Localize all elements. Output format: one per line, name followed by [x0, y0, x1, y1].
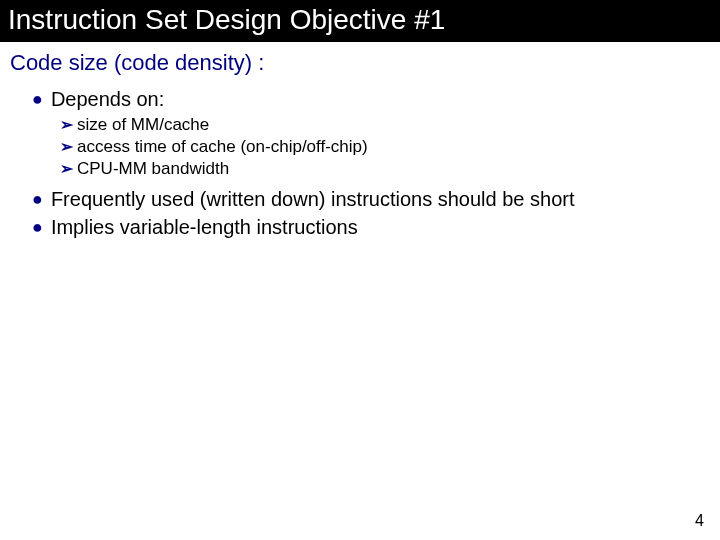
- sub-bullet-item: ➢ CPU-MM bandwidth: [60, 158, 720, 180]
- bullet-text: Depends on:: [51, 86, 164, 112]
- sub-bullet-text: access time of cache (on-chip/off-chip): [77, 136, 368, 158]
- slide-content: Code size (code density) : ● Depends on:…: [0, 42, 720, 240]
- bullet-marker: ●: [32, 214, 43, 240]
- slide-title: Instruction Set Design Objective #1: [0, 0, 720, 42]
- sub-bullet-text: size of MM/cache: [77, 114, 209, 136]
- bullet-item: ● Depends on:: [32, 86, 720, 112]
- section-heading: Code size (code density) :: [10, 50, 720, 76]
- sub-bullet-list: ➢ size of MM/cache ➢ access time of cach…: [60, 114, 720, 180]
- sub-bullet-item: ➢ access time of cache (on-chip/off-chip…: [60, 136, 720, 158]
- bullet-marker: ●: [32, 86, 43, 112]
- sub-bullet-text: CPU-MM bandwidth: [77, 158, 229, 180]
- bullet-marker: ●: [32, 186, 43, 212]
- page-number: 4: [695, 512, 704, 530]
- bullet-item: ● Frequently used (written down) instruc…: [32, 186, 720, 212]
- chevron-icon: ➢: [60, 158, 73, 180]
- chevron-icon: ➢: [60, 114, 73, 136]
- bullet-text: Implies variable-length instructions: [51, 214, 358, 240]
- bullet-text: Frequently used (written down) instructi…: [51, 186, 575, 212]
- sub-bullet-item: ➢ size of MM/cache: [60, 114, 720, 136]
- bullet-item: ● Implies variable-length instructions: [32, 214, 720, 240]
- chevron-icon: ➢: [60, 136, 73, 158]
